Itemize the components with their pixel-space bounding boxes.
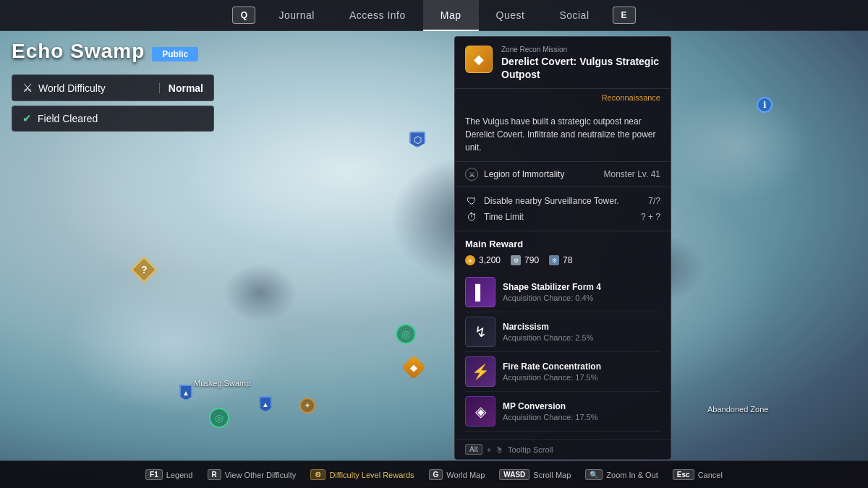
hint-difficulty-rewards-label: Difficulty Level Rewards: [329, 471, 414, 479]
hint-world-map: G World Map: [429, 469, 485, 480]
mission-panel: ◆ Zone Recon Mission Derelict Covert: Vu…: [454, 36, 671, 460]
objective-value-2: ? + ?: [641, 212, 660, 222]
currency-gold: ● 3,200: [465, 255, 501, 265]
hint-legend-label: Legend: [166, 471, 193, 479]
scroll-mouse-icon: 🖱: [495, 445, 503, 454]
hint-world-map-label: World Map: [446, 471, 485, 479]
key-r: R: [208, 469, 221, 480]
scroll-plus: +: [487, 445, 491, 454]
gold-icon: ●: [465, 255, 475, 265]
key-gear: ⚙: [310, 469, 326, 480]
mission-icon: ◆: [465, 46, 493, 73]
reward-icon-1: ▌: [465, 277, 495, 307]
scroll-key-alt: Alt: [465, 444, 482, 455]
tab-quest[interactable]: Quest: [479, 0, 542, 31]
reward-icon-4: ◈: [465, 396, 495, 427]
map-marker-blue2[interactable]: ▲: [259, 396, 272, 412]
small-gear-value: 78: [563, 255, 572, 265]
objective-icon-2: ⏱: [465, 211, 478, 223]
key-g: G: [429, 469, 443, 480]
key-esc: Esc: [673, 469, 694, 480]
objective-value-1: 7/?: [648, 196, 660, 206]
mission-title-block: Zone Recon Mission Derelict Covert: Vulg…: [501, 46, 660, 81]
map-marker-brown[interactable]: ✦: [299, 398, 315, 414]
hint-difficulty-rewards: ⚙ Difficulty Level Rewards: [310, 469, 414, 480]
map-marker-info[interactable]: ℹ: [757, 97, 773, 113]
reward-item-3: ⚡ Fire Rate Concentration Acquisition Ch…: [465, 352, 660, 392]
mission-faction: ⚔ Legion of Immortality Monster Lv. 41: [455, 162, 671, 187]
difficulty-label: World Difficulty: [38, 82, 150, 94]
nav-key-q[interactable]: Q: [232, 7, 255, 24]
gear-value: 790: [524, 255, 539, 265]
map-marker-bookmark[interactable]: ⬡: [409, 132, 425, 147]
bottom-bar: F1 Legend R View Other Difficulty ⚙ Diff…: [0, 461, 868, 488]
abandoned-zone-label: Abandoned Zone: [707, 402, 768, 415]
currency-gear: ⚙ 790: [511, 255, 539, 265]
key-wasd: WASD: [499, 469, 529, 480]
reward-chance-3: Acquisition Chance: 17.5%: [503, 373, 660, 382]
map-marker-recon-green[interactable]: ◎: [396, 324, 416, 344]
difficulty-row: ⚔ World Difficulty Normal: [12, 74, 214, 101]
scroll-hint: Alt + 🖱 Tooltip Scroll: [455, 439, 671, 459]
top-navigation: Q Journal Access Info Map Quest Social E: [0, 0, 868, 31]
faction-name: Legion of Immortality: [484, 169, 564, 179]
nav-key-e[interactable]: E: [613, 7, 636, 24]
reward-chance-4: Acquisition Chance: 17.5%: [503, 413, 660, 421]
reward-title: Main Reward: [465, 239, 660, 249]
reward-name-1: Shape Stabilizer Form 4: [503, 282, 660, 292]
tab-journal[interactable]: Journal: [261, 0, 331, 31]
hint-zoom-label: Zoom In & Out: [606, 471, 658, 479]
reward-item-1: ▌ Shape Stabilizer Form 4 Acquisition Ch…: [465, 273, 660, 312]
key-zoom: 🔍: [585, 469, 603, 480]
scroll-label: Tooltip Scroll: [508, 445, 553, 454]
hint-scroll-map-label: Scroll Map: [533, 471, 571, 479]
info-circle-icon: ℹ: [757, 97, 773, 113]
currency-small: ⚙ 78: [549, 255, 572, 265]
hint-zoom: 🔍 Zoom In & Out: [585, 469, 658, 480]
mission-description: The Vulgus have built a strategic outpos…: [455, 108, 671, 162]
reward-chance-1: Acquisition Chance: 0.4%: [503, 294, 660, 302]
monster-level: Monster Lv. 41: [604, 169, 660, 179]
hint-other-difficulty: R View Other Difficulty: [208, 469, 297, 480]
checkmark-icon: ✔: [22, 112, 32, 125]
muskeg-swamp-label: Muskeg Swamp: [194, 376, 250, 389]
tab-social[interactable]: Social: [542, 0, 606, 31]
mission-header: ◆ Zone Recon Mission Derelict Covert: Vu…: [455, 37, 671, 89]
map-marker-question[interactable]: ?: [135, 260, 153, 279]
mission-type-row: Reconnaissance: [455, 89, 671, 108]
reward-item-4: ◈ MP Conversion Acquisition Chance: 17.5…: [465, 392, 660, 432]
mission-title: Derelict Covert: Vulgus Strategic Outpos…: [501, 55, 660, 81]
reward-info-1: Shape Stabilizer Form 4 Acquisition Chan…: [503, 282, 660, 302]
reward-name-2: Narcissism: [503, 322, 660, 332]
gold-value: 3,200: [479, 255, 501, 265]
hint-cancel: Esc Cancel: [673, 469, 723, 480]
faction-info: ⚔ Legion of Immortality: [465, 168, 564, 181]
zone-title: Echo Swamp: [12, 40, 145, 63]
reward-info-4: MP Conversion Acquisition Chance: 17.5%: [503, 401, 660, 421]
gear-icon: ⚙: [511, 255, 521, 265]
objective-icon-1: 🛡: [465, 195, 478, 207]
tab-map[interactable]: Map: [423, 0, 479, 31]
map-marker-recon-orange[interactable]: ◆: [405, 359, 422, 376]
reward-info-2: Narcissism Acquisition Chance: 2.5%: [503, 322, 660, 342]
divider: [159, 83, 160, 93]
recon-icon-2: ◎: [209, 408, 229, 428]
difficulty-value: Normal: [169, 82, 203, 94]
field-cleared-label: Field Cleared: [38, 113, 203, 124]
difficulty-icon: ⚔: [22, 81, 33, 95]
reward-icon-3: ⚡: [465, 356, 495, 387]
reward-icon-2: ↯: [465, 317, 495, 347]
currency-row: ● 3,200 ⚙ 790 ⚙ 78: [465, 255, 660, 265]
reward-info-3: Fire Rate Concentration Acquisition Chan…: [503, 361, 660, 382]
field-cleared-row: ✔ Field Cleared: [12, 106, 214, 132]
map-marker-blue1[interactable]: ▲: [179, 385, 192, 401]
mission-objectives: 🛡 Disable nearby Surveillance Tower. 7/?…: [455, 187, 671, 231]
hint-other-difficulty-label: View Other Difficulty: [225, 471, 297, 479]
map-marker-green2[interactable]: ◎: [209, 408, 229, 428]
objective-row-2: ⏱ Time Limit ? + ?: [465, 209, 660, 225]
tab-access-info[interactable]: Access Info: [332, 0, 423, 31]
mission-type-label: Reconnaissance: [602, 93, 660, 102]
reward-name-3: Fire Rate Concentration: [503, 361, 660, 372]
reward-name-4: MP Conversion: [503, 401, 660, 411]
key-f1: F1: [145, 469, 163, 480]
